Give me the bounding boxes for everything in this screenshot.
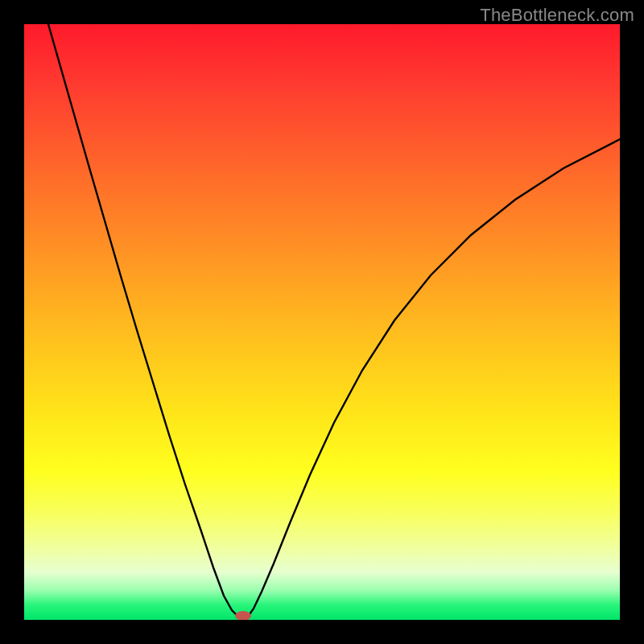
plot-area — [24, 24, 620, 620]
bottleneck-point-marker — [235, 611, 251, 620]
chart-frame: TheBottleneck.com — [0, 0, 644, 644]
chart-svg — [24, 24, 620, 620]
watermark-text: TheBottleneck.com — [480, 5, 634, 26]
bottleneck-curve — [48, 24, 620, 619]
